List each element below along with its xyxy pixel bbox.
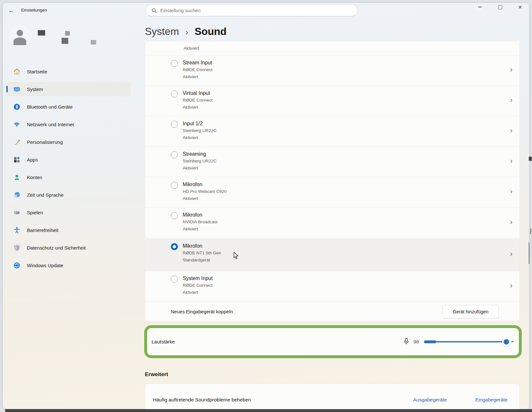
sidebar-item-apps[interactable]: Apps: [6, 152, 131, 167]
home-icon: [13, 68, 21, 75]
sidebar-item-netzwerk[interactable]: Netzwerk und Internet: [6, 117, 131, 131]
pair-new-device-label: Neues Eingabegerät koppeln: [171, 309, 233, 314]
sidebar-item-personalisierung[interactable]: Personalisierung: [6, 135, 131, 149]
radio-button[interactable]: [171, 90, 178, 97]
chevron-right-icon[interactable]: [510, 218, 512, 227]
device-status: Aktiviert: [183, 73, 212, 80]
radio-button[interactable]: [171, 60, 178, 67]
breadcrumb: System › Sound: [145, 26, 227, 37]
device-name: Mikrofon: [183, 211, 218, 218]
device-row-mikrofon-nvidia[interactable]: Mikrofon NVIDIA Broadcast Aktiviert: [145, 207, 520, 238]
troubleshoot-card: Häufig auftretende Soundprobleme beheben…: [145, 383, 520, 409]
device-status: Aktiviert: [183, 165, 217, 172]
device-status: Aktiviert: [183, 134, 217, 141]
device-name: Stream Input: [183, 59, 212, 66]
radio-button[interactable]: [171, 276, 178, 283]
sidebar-item-label: System: [27, 87, 43, 92]
device-row-stream-input[interactable]: Stream Input RØDE Connect Aktiviert: [145, 55, 520, 86]
back-button[interactable]: [6, 6, 17, 15]
device-row-input-1-2[interactable]: Input 1/2 Steinberg UR22C Aktiviert: [145, 116, 520, 146]
device-row-streaming[interactable]: Streaming Steinberg UR22C Aktiviert: [145, 146, 520, 177]
page-title: Sound: [195, 26, 227, 37]
sidebar-item-spielen[interactable]: Spielen: [6, 205, 131, 219]
radio-button-selected[interactable]: [171, 243, 178, 250]
volume-slider-fill: [424, 341, 506, 342]
mouse-cursor: [233, 252, 240, 261]
radio-button[interactable]: [171, 182, 178, 189]
device-subtitle: RØDE Connect: [183, 282, 212, 289]
privacy-icon: [13, 244, 21, 251]
sidebar-item-label: Apps: [27, 157, 38, 162]
chevron-right-icon[interactable]: [510, 157, 512, 165]
redacted-account-block-3: [62, 38, 68, 44]
gaming-icon: [13, 209, 21, 216]
accessibility-icon: [13, 226, 21, 234]
chevron-right-icon[interactable]: [510, 127, 512, 135]
output-devices-link[interactable]: Ausgabegeräte: [413, 397, 447, 403]
accounts-icon: [13, 173, 21, 181]
sidebar-item-label: Barrierefreiheit: [27, 227, 58, 233]
search-input[interactable]: Einstellung suchen: [146, 4, 357, 16]
windows-update-icon: [13, 261, 21, 269]
time-language-icon: [13, 191, 21, 199]
sidebar-item-label: Personalisierung: [27, 139, 63, 145]
device-row-mikrofon-rode-selected[interactable]: Mikrofon RØDE NT1 5th Gen Standardgerät: [145, 238, 520, 271]
device-name: Streaming: [183, 150, 217, 158]
sidebar-item-zeit-und-sprache[interactable]: Zeit und Sprache: [6, 188, 131, 202]
device-row-mikrofon-webcam[interactable]: Mikrofon HD Pro Webcam C920 Aktiviert: [145, 177, 520, 207]
device-name: System Input: [183, 275, 212, 282]
apps-icon: [13, 156, 21, 163]
device-status: Aktiviert: [183, 289, 212, 296]
scrollbar-mark: [530, 228, 531, 234]
device-name: Mikrofon: [183, 181, 227, 188]
volume-slider-remainder: [511, 341, 514, 342]
radio-button[interactable]: [171, 151, 178, 158]
redacted-account-name-block: [38, 30, 45, 36]
device-subtitle: Steinberg UR22C: [183, 127, 217, 134]
device-status: Aktiviert: [183, 195, 227, 202]
device-row-virtual-input[interactable]: Virtual Input RØDE Connect Aktiviert: [145, 86, 520, 116]
sidebar-item-label: Datenschutz und Sicherheit: [27, 245, 86, 251]
chevron-right-icon[interactable]: [510, 187, 512, 196]
device-row-system-input[interactable]: System Input RØDE Connect Aktiviert: [145, 271, 520, 301]
radio-button[interactable]: [171, 212, 178, 219]
avatar[interactable]: [9, 25, 31, 47]
search-placeholder: Einstellung suchen: [160, 8, 201, 13]
volume-slider-thumb[interactable]: [502, 337, 511, 346]
device-row-partial[interactable]: Aktiviert: [145, 42, 520, 55]
sidebar-item-konten[interactable]: Konten: [6, 170, 131, 184]
close-button[interactable]: [513, 2, 528, 12]
bluetooth-icon: [13, 103, 21, 111]
input-devices-link[interactable]: Eingabegeräte: [475, 397, 508, 403]
chevron-right-icon[interactable]: [510, 66, 512, 74]
sidebar-item-barrierefreiheit[interactable]: Barrierefreiheit: [6, 223, 131, 237]
sidebar-item-startseite[interactable]: Startseite: [6, 64, 131, 78]
advanced-heading: Erweitert: [145, 371, 168, 378]
device-status: Aktiviert: [184, 45, 199, 55]
device-subtitle: Steinberg UR22C: [183, 158, 217, 165]
scrollbar-thumb[interactable]: [528, 242, 530, 264]
device-subtitle: NVIDIA Broadcast: [183, 218, 218, 226]
sidebar-item-windows-update[interactable]: Windows Update: [6, 258, 131, 272]
radio-button[interactable]: [171, 121, 178, 128]
maximize-button[interactable]: [493, 2, 507, 12]
screen-edge-artifact: [529, 157, 532, 161]
chevron-right-icon[interactable]: [510, 96, 512, 104]
search-icon: [152, 8, 157, 13]
device-name: Virtual Input: [183, 89, 212, 97]
chevron-right-icon[interactable]: [510, 281, 512, 290]
avatar-head-glyph: [17, 30, 23, 36]
volume-slider[interactable]: [424, 328, 513, 355]
breadcrumb-system[interactable]: System: [145, 26, 179, 37]
device-subtitle: RØDE NT1 5th Gen: [183, 250, 221, 257]
minimize-button[interactable]: [472, 2, 487, 12]
add-device-button[interactable]: Gerät hinzufügen: [443, 305, 499, 318]
sidebar-item-datenschutz[interactable]: Datenschutz und Sicherheit: [6, 241, 131, 255]
sidebar-item-bluetooth[interactable]: Bluetooth und Geräte: [6, 100, 131, 114]
chevron-right-icon[interactable]: [510, 250, 512, 258]
redacted-account-block-4: [91, 40, 96, 45]
device-subtitle: HD Pro Webcam C920: [183, 188, 227, 195]
sidebar-item-system[interactable]: System: [6, 82, 131, 96]
sidebar-item-label: Spielen: [27, 210, 43, 215]
device-status: Aktiviert: [183, 226, 218, 233]
